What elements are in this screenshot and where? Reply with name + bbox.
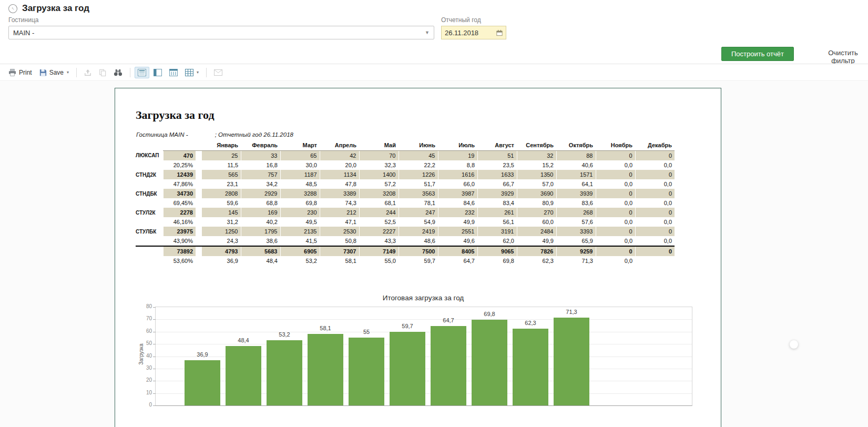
page-header: ↑ Загрузка за год xyxy=(8,3,89,14)
chart-bar xyxy=(267,340,302,405)
report-table: ЯнварьФевральМартАпрельМайИюньИюльАвгуст… xyxy=(136,141,675,266)
save-button[interactable]: Save ▾ xyxy=(36,67,72,78)
spacer-cell xyxy=(196,236,201,246)
value-cell: 9065 xyxy=(477,246,517,256)
row-label-cell xyxy=(136,256,163,266)
percent-cell: 32,3 xyxy=(359,160,399,170)
percent-cell: 22,2 xyxy=(399,160,438,170)
bar-value-label: 64,7 xyxy=(425,317,472,323)
value-cell: 7500 xyxy=(399,246,438,256)
collapse-arrow-icon[interactable]: ↑ xyxy=(7,2,19,15)
month-header-cell: Октябрь xyxy=(556,141,596,151)
value-cell: 2530 xyxy=(320,227,359,236)
percent-cell: 51,7 xyxy=(399,179,438,189)
y-axis-tick-label: 30 xyxy=(136,365,152,371)
y-axis-tick xyxy=(153,307,156,308)
percent-cell: 24,3 xyxy=(201,236,241,246)
hotel-select[interactable]: MAIN - ▼ xyxy=(8,26,434,39)
percent-cell: 57,0 xyxy=(517,179,556,189)
table-header-cell xyxy=(163,141,196,151)
percent-cell: 60,0 xyxy=(517,217,556,227)
value-cell: 7307 xyxy=(320,246,359,256)
value-cell: 0 xyxy=(635,227,675,236)
percent-cell: 49,9 xyxy=(438,217,477,227)
value-cell: 42 xyxy=(320,151,359,161)
chart-bar xyxy=(554,318,589,405)
row-label-cell xyxy=(136,217,163,227)
y-axis-tick-label: 70 xyxy=(136,316,152,321)
report-date-input[interactable]: 26.11.2018 xyxy=(441,26,506,39)
y-axis-tick xyxy=(153,332,156,332)
print-button[interactable]: Print xyxy=(5,67,35,78)
row-total-cell: 12439 xyxy=(163,170,196,179)
percent-cell: 57,6 xyxy=(556,217,596,227)
email-icon xyxy=(214,69,222,76)
value-cell: 0 xyxy=(635,151,675,161)
search-button[interactable] xyxy=(110,66,126,78)
view-table-button[interactable]: ▾ xyxy=(182,67,202,78)
spacer-cell xyxy=(196,227,201,236)
percent-cell: 59,6 xyxy=(201,198,241,208)
value-cell: 270 xyxy=(517,208,556,217)
value-cell: 3939 xyxy=(556,189,596,198)
month-header-cell: Март xyxy=(280,141,320,151)
bar-value-label: 55 xyxy=(343,329,390,335)
percent-cell: 57,2 xyxy=(359,179,399,189)
toolbar-separator xyxy=(206,68,207,77)
chart-bar xyxy=(472,320,507,405)
view-columns-button[interactable] xyxy=(166,67,181,78)
report-date-value: 26.11.2018 xyxy=(445,29,478,37)
value-cell: 261 xyxy=(477,208,517,217)
percent-cell: 0,0 xyxy=(596,160,635,170)
chart-bar xyxy=(185,360,220,405)
table-row-percents: 43,90%24,338,641,550,843,348,649,662,049… xyxy=(136,236,675,246)
percent-cell: 30,0 xyxy=(280,160,320,170)
chevron-down-icon: ▾ xyxy=(197,70,199,75)
chevron-down-icon: ▾ xyxy=(67,70,69,75)
value-cell: 6905 xyxy=(280,246,320,256)
view-single-page-button[interactable] xyxy=(135,67,149,78)
row-total-cell: 23975 xyxy=(163,227,196,236)
view-split-button[interactable] xyxy=(150,67,165,78)
build-report-button[interactable]: Построить отчёт xyxy=(721,47,794,61)
percent-cell: 56,1 xyxy=(477,217,517,227)
percent-cell: 11,5 xyxy=(201,160,241,170)
value-cell: 212 xyxy=(320,208,359,217)
value-cell: 7149 xyxy=(359,246,399,256)
value-cell: 5683 xyxy=(241,246,280,256)
chart-plot: 36,948,453,258,15559,764,769,862,371,3 xyxy=(155,307,692,406)
chart-bar xyxy=(390,332,425,405)
page-view-icon xyxy=(138,69,146,76)
chart-y-axis: 01020304050607080 xyxy=(136,307,154,405)
percent-cell: 0,0 xyxy=(596,236,635,246)
chart-title: Итоговая загрузка за год xyxy=(155,294,691,302)
percent-cell: 0,0 xyxy=(596,217,635,227)
percent-cell: 40,6 xyxy=(556,160,596,170)
report-year-filter: Отчетный год 26.11.2018 xyxy=(441,16,506,39)
value-cell: 2135 xyxy=(280,227,320,236)
percent-cell: 0,0 xyxy=(635,160,675,170)
percent-cell: 31,2 xyxy=(201,217,241,227)
row-total-percent-cell: 20,25% xyxy=(163,160,196,170)
email-button[interactable] xyxy=(211,67,226,78)
chart-bar xyxy=(513,329,548,405)
app-window: ↑ Загрузка за год Гостиница MAIN - ▼ Отч… xyxy=(0,0,868,427)
row-label-cell xyxy=(136,246,163,256)
value-cell: 1226 xyxy=(399,170,438,179)
percent-cell: 49,6 xyxy=(438,236,477,246)
export-button[interactable] xyxy=(81,67,95,78)
percent-cell: 40,2 xyxy=(241,217,280,227)
row-total-percent-cell: 47,86% xyxy=(163,179,196,189)
chart-bar xyxy=(308,334,343,405)
row-label-cell xyxy=(136,179,163,189)
floating-scroll-button[interactable] xyxy=(790,340,798,349)
y-axis-tick xyxy=(153,319,156,320)
percent-cell: 66,7 xyxy=(477,179,517,189)
copy-button[interactable] xyxy=(96,67,109,78)
value-cell: 51 xyxy=(477,151,517,161)
clear-filter-button[interactable]: Очистить фильтр xyxy=(818,49,868,65)
spacer-cell xyxy=(196,160,201,170)
value-cell: 9259 xyxy=(556,246,596,256)
percent-cell: 34,2 xyxy=(241,179,280,189)
y-axis-tick xyxy=(153,357,156,357)
